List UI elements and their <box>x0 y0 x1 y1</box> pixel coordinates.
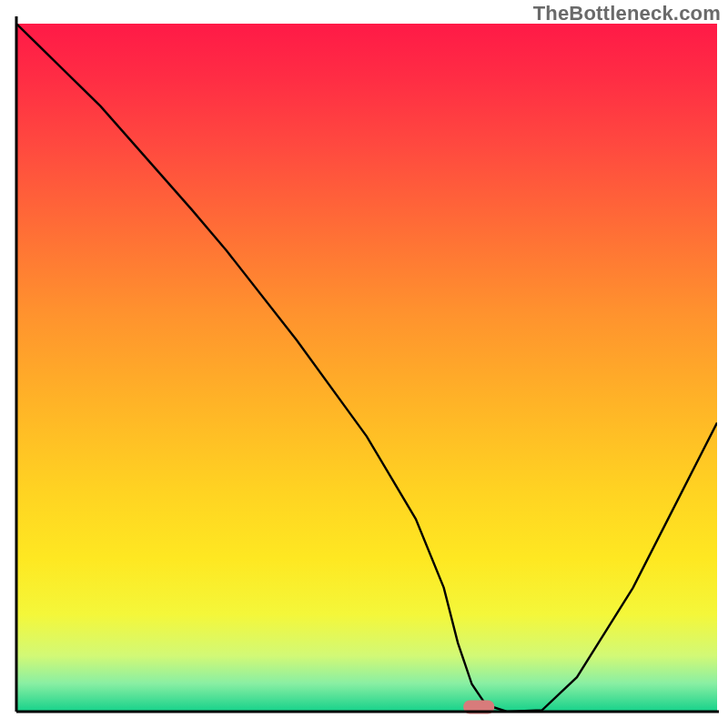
chart-background-gradient <box>16 24 717 711</box>
bottleneck-chart: TheBottleneck.com <box>0 0 728 728</box>
chart-svg <box>0 0 728 728</box>
watermark-text: TheBottleneck.com <box>533 2 721 25</box>
